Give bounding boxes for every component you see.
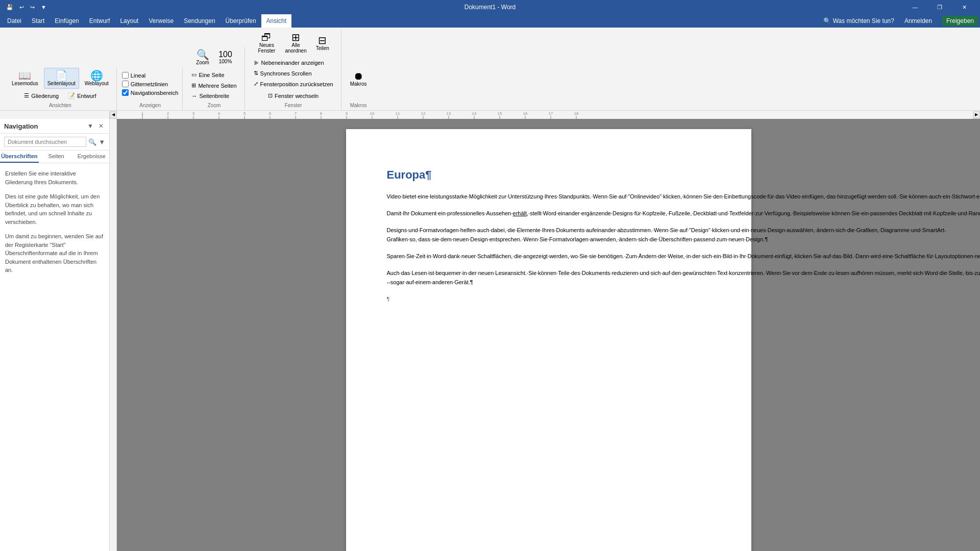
save-button[interactable]: 💾: [4, 3, 15, 12]
zoom-label: Zoom: [196, 60, 209, 65]
mehrere-seiten-button[interactable]: ⊞ Mehrere Seiten: [188, 81, 240, 90]
ruler-left-arrow[interactable]: ◀: [110, 111, 117, 118]
zoom-button[interactable]: 🔍 Zoom: [192, 47, 213, 68]
lineal-checkbox[interactable]: Lineal: [122, 71, 179, 79]
fenster-wechseln-button[interactable]: ⊡ Fenster wechseln: [264, 91, 322, 101]
svg-text:1: 1: [141, 111, 144, 116]
entwurf-button[interactable]: 📝 Entwurf: [64, 91, 100, 101]
fensterposition-icon: ⤢: [254, 81, 258, 87]
minimize-button[interactable]: —: [903, 0, 927, 14]
nebeneinander-button[interactable]: ⫸ Nebeneinander anzeigen: [250, 58, 337, 67]
quick-access-dropdown[interactable]: ▼: [39, 3, 48, 11]
gliederung-icon: ☰: [24, 92, 29, 99]
close-button[interactable]: ✕: [952, 0, 976, 14]
neues-fenster-label: NeuesFenster: [258, 42, 275, 54]
help-search[interactable]: 🔍 Was möchten Sie tun?: [823, 17, 894, 24]
svg-rect-37: [110, 119, 117, 551]
svg-text:15: 15: [498, 111, 502, 116]
paragraph-6: ¶: [387, 294, 710, 304]
neues-fenster-button[interactable]: 🗗 NeuesFenster: [254, 30, 279, 56]
zoom100-label: 100%: [219, 59, 232, 64]
menu-ueberpruefen[interactable]: Überprüfen: [220, 14, 261, 28]
teilen-button[interactable]: ⊟ Teilen: [312, 33, 333, 54]
svg-text:7: 7: [295, 111, 297, 116]
svg-text:3: 3: [192, 111, 195, 116]
menu-entwurf[interactable]: Entwurf: [84, 14, 115, 28]
navigation-menu-button[interactable]: ▼: [86, 122, 95, 130]
share-button[interactable]: Freigeben: [942, 16, 978, 26]
svg-text:17: 17: [549, 111, 553, 116]
navigationsbereich-checkbox[interactable]: Navigationsbereich: [122, 89, 179, 96]
fensterposition-button[interactable]: ⤢ Fensterposition zurücksetzen: [250, 79, 337, 89]
svg-text:18: 18: [574, 111, 579, 116]
anzeigen-checkboxes: Lineal Gitternetzlinien Navigationsberei…: [122, 68, 179, 96]
restore-button[interactable]: ❒: [928, 0, 951, 14]
seitenbreite-button[interactable]: ↔ Seitenbreite: [188, 91, 240, 101]
search-button[interactable]: 🔍: [88, 138, 96, 146]
makros-group-title: Makros: [350, 101, 367, 108]
synchrones-scrollen-button[interactable]: ⇅ Synchrones Scrollen: [250, 68, 337, 78]
menu-einfuegen[interactable]: Einfügen: [50, 14, 84, 28]
fenster-wechseln-row: ⊡ Fenster wechseln: [264, 91, 322, 101]
weblayout-button[interactable]: 🌐 Weblayout: [81, 68, 112, 89]
quick-access-toolbar: 💾 ↩ ↪ ▼: [4, 3, 48, 12]
navigationsbereich-check[interactable]: [122, 89, 129, 96]
navigation-controls: ▼ ✕: [86, 122, 105, 130]
teilen-label: Teilen: [316, 45, 329, 51]
zoom100-button[interactable]: 100 100%: [215, 48, 236, 67]
nebeneinander-icon: ⫸: [254, 60, 259, 66]
seitenlayout-button[interactable]: 📄 Seitenlayout: [44, 68, 79, 89]
vertical-ruler: [110, 119, 117, 551]
alle-anordnen-label: Alleanordnen: [285, 42, 306, 54]
paragraph-3: Designs·und·Formatvorlagen·helfen·auch·d…: [387, 226, 710, 244]
svg-text:6: 6: [269, 111, 272, 116]
lineal-check[interactable]: [122, 72, 129, 79]
menu-verweise[interactable]: Verweise: [143, 14, 179, 28]
document-page[interactable]: Europa¶ Video·bietet·eine·leistungsstark…: [346, 129, 751, 551]
navigation-search-container: 🔍 ▼: [0, 134, 109, 151]
lesemodus-icon: 📖: [18, 70, 31, 81]
undo-button[interactable]: ↩: [17, 3, 26, 12]
lesemodus-button[interactable]: 📖 Lesemodus: [8, 68, 42, 89]
fenster-wechseln-label: Fenster wechseln: [275, 93, 318, 99]
signin-button[interactable]: Anmelden: [904, 17, 932, 24]
main-layout: Navigation ▼ ✕ 🔍 ▼ Überschriften Seiten …: [0, 119, 980, 551]
anzeigen-group-title: Anzeigen: [139, 101, 161, 108]
tab-ueberschriften[interactable]: Überschriften: [0, 151, 39, 163]
synchrones-icon: ⇅: [254, 70, 258, 77]
search-input[interactable]: [4, 137, 86, 147]
para-1-text: Video·bietet·eine·leistungsstarke·Möglic…: [387, 193, 981, 199]
eine-seite-label: Eine Seite: [199, 72, 224, 78]
alle-anordnen-button[interactable]: ⊞ Alleanordnen: [281, 30, 310, 56]
gitternetzlinien-checkbox[interactable]: Gitternetzlinien: [122, 80, 179, 88]
search-dropdown-button[interactable]: ▼: [99, 138, 105, 146]
svg-text:14: 14: [472, 111, 477, 116]
paragraph-4: Sparen·Sie·Zeit·in·Word·dank·neuer·Schal…: [387, 252, 710, 261]
ruler-right-arrow[interactable]: ▶: [973, 111, 980, 118]
tab-seiten[interactable]: Seiten: [39, 151, 74, 163]
weblayout-icon: 🌐: [90, 70, 103, 81]
navigation-tabs: Überschriften Seiten Ergebnisse: [0, 151, 109, 163]
menu-sendungen[interactable]: Sendungen: [179, 14, 220, 28]
svg-text:12: 12: [421, 111, 426, 116]
underline-erhaelt: erhält: [513, 210, 527, 216]
menu-ansicht[interactable]: Ansicht: [261, 14, 291, 28]
gliederung-button[interactable]: ☰ Gliederung: [20, 91, 62, 101]
document-area[interactable]: Europa¶ Video·bietet·eine·leistungsstark…: [117, 119, 980, 551]
menu-layout[interactable]: Layout: [115, 14, 143, 28]
gitternetzlinien-check[interactable]: [122, 81, 129, 87]
eine-seite-button[interactable]: ▭ Eine Seite: [188, 70, 240, 80]
ruler-side-left: [0, 111, 110, 119]
menu-start[interactable]: Start: [27, 14, 50, 28]
ribbon: 📖 Lesemodus 📄 Seitenlayout 🌐 Weblayout ☰…: [0, 28, 980, 111]
menu-datei[interactable]: Datei: [2, 14, 27, 28]
redo-button[interactable]: ↪: [28, 3, 37, 12]
fenster-wechseln-icon: ⊡: [268, 92, 273, 99]
title-bar-left: 💾 ↩ ↪ ▼: [4, 3, 48, 12]
navigationsbereich-label: Navigationsbereich: [131, 90, 179, 96]
nav-hint-2: Dies ist eine gute Möglichkeit, um den Ü…: [5, 192, 104, 226]
tab-ergebnisse[interactable]: Ergebnisse: [74, 151, 109, 163]
makros-button[interactable]: ⏺ Makros: [347, 68, 371, 89]
ribbon-ansichten-row2: ☰ Gliederung 📝 Entwurf: [20, 91, 100, 101]
navigation-close-button[interactable]: ✕: [97, 122, 105, 130]
